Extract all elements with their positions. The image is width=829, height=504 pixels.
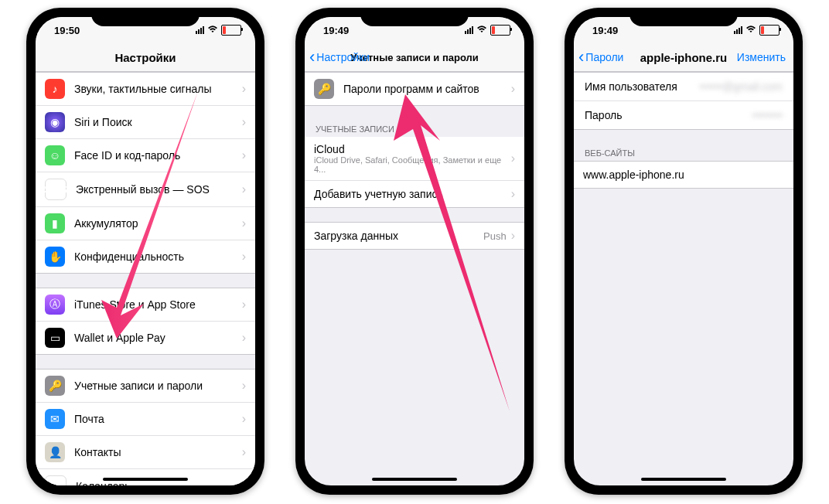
battery-icon (759, 25, 780, 36)
settings-row[interactable]: 👤Контакты› (36, 435, 255, 468)
row-add-account[interactable]: Добавить учетную запись › (305, 180, 524, 208)
row-label: Звуки, тактильные сигналы (74, 83, 237, 95)
settings-row[interactable]: ⒶiTunes Store и App Store› (36, 288, 255, 321)
batt-icon: ▮ (45, 213, 65, 233)
edit-button[interactable]: Изменить (737, 51, 786, 63)
content: 🔑 Пароли программ и сайтов › УЧЕТНЫЕ ЗАП… (305, 72, 524, 485)
row-detail: Push (483, 230, 507, 242)
cellular-icon (196, 26, 204, 34)
notch (91, 8, 200, 26)
row-app-site-passwords[interactable]: 🔑 Пароли программ и сайтов › (305, 72, 524, 106)
row-label: Добавить учетную запись (314, 188, 507, 200)
field-label: Имя пользователя (585, 80, 677, 93)
status-indicators (196, 25, 241, 36)
back-label: Пароли (585, 51, 623, 63)
settings-row[interactable]: ☺Face ID и код-пароль› (36, 138, 255, 172)
status-time: 19:49 (323, 25, 349, 36)
row-username[interactable]: Имя пользователя ••••••@gmail.com (574, 72, 793, 100)
row-label: Конфиденциальность (74, 250, 237, 263)
status-indicators (465, 25, 510, 36)
back-button[interactable]: ‹ Настройки (309, 49, 370, 66)
home-indicator[interactable] (641, 478, 726, 481)
battery-icon (221, 25, 241, 36)
back-label: Настройки (316, 51, 370, 63)
settings-list[interactable]: ♪Звуки, тактильные сигналы›◉Siri и Поиск… (36, 72, 255, 485)
content: Имя пользователя ••••••@gmail.com Пароль… (574, 72, 793, 485)
green-icon: ☺ (45, 145, 65, 165)
row-label: iCloud (314, 143, 507, 155)
chevron-right-icon: › (242, 379, 246, 393)
back-button[interactable]: ‹ Пароли (578, 49, 623, 66)
chevron-right-icon: › (242, 115, 246, 129)
row-fetch-data[interactable]: Загрузка данных Push › (305, 222, 524, 250)
nav-bar: ‹ Пароли apple-iphone.ru Изменить (574, 43, 793, 72)
row-label: Wallet и Apple Pay (74, 332, 237, 344)
chevron-right-icon: › (242, 331, 246, 345)
chevron-right-icon: › (511, 187, 515, 201)
screen: 19:49 ‹ Пароли apple-iphone.ru Изменить … (574, 17, 793, 485)
status-time: 19:50 (54, 25, 80, 36)
cellular-icon (465, 26, 473, 34)
wallet-icon: ▭ (45, 328, 65, 348)
chevron-right-icon: › (242, 216, 246, 230)
row-icloud-account[interactable]: iCloud iCloud Drive, Safari, Сообщения, … (305, 137, 524, 180)
settings-row[interactable]: ▭Wallet и Apple Pay› (36, 321, 255, 355)
wifi-icon (745, 25, 756, 36)
nav-bar: Настройки (36, 43, 255, 72)
key-icon: 🔑 (314, 79, 334, 99)
chevron-left-icon: ‹ (578, 49, 584, 66)
row-label: Siri и Поиск (74, 116, 237, 128)
page-title: Настройки (114, 51, 176, 64)
home-indicator[interactable] (372, 478, 457, 481)
field-label: Пароль (585, 109, 623, 121)
chevron-right-icon: › (242, 250, 246, 264)
row-label: Аккумулятор (74, 217, 237, 230)
status-time: 19:49 (592, 25, 618, 36)
screen: 19:50 Настройки ♪Звуки, тактильные сигна… (36, 17, 255, 485)
settings-row[interactable]: ▮Аккумулятор› (36, 206, 255, 240)
field-value: ••••••@gmail.com (684, 80, 783, 93)
settings-row[interactable]: ◉Siri и Поиск› (36, 105, 255, 138)
screen: 19:49 ‹ Настройки Учетные записи и парол… (305, 17, 524, 485)
section-header-websites: ВЕБ-САЙТЫ (574, 144, 793, 161)
row-label: Загрузка данных (314, 230, 483, 242)
chevron-right-icon: › (242, 148, 246, 162)
home-indicator[interactable] (103, 478, 188, 481)
mail-icon: ✉ (45, 409, 65, 429)
settings-row[interactable]: ✉Почта› (36, 402, 255, 435)
page-title: apple-iphone.ru (640, 51, 728, 64)
siri-icon: ◉ (45, 112, 65, 132)
settings-row[interactable]: SOSЭкстренный вызов — SOS› (36, 172, 255, 206)
row-label: iTunes Store и App Store (74, 298, 237, 311)
row-label: Почта (74, 413, 237, 425)
row-subtitle: iCloud Drive, Safari, Сообщения, Заметки… (314, 155, 507, 174)
chevron-right-icon: › (242, 479, 246, 485)
row-label: Контакты (74, 446, 237, 458)
sos-icon: SOS (45, 179, 67, 200)
phone-accounts: 19:49 ‹ Настройки Учетные записи и парол… (295, 8, 534, 495)
settings-row[interactable]: 🔑Учетные записи и пароли› (36, 369, 255, 402)
cellular-icon (734, 26, 742, 34)
row-label: Календарь (76, 480, 237, 485)
field-value: •••••••• (629, 109, 783, 121)
chevron-left-icon: ‹ (309, 49, 315, 66)
chevron-right-icon: › (511, 229, 515, 243)
settings-row[interactable]: ♪Звуки, тактильные сигналы› (36, 72, 255, 105)
status-indicators (734, 25, 780, 36)
settings-row[interactable]: ✋Конфиденциальность› (36, 240, 255, 274)
row-website[interactable]: www.apple-iphone.ru (574, 161, 793, 189)
website-url: www.apple-iphone.ru (583, 169, 784, 181)
row-label: Экстренный вызов — SOS (76, 183, 237, 196)
row-label: Учетные записи и пароли (74, 380, 237, 392)
wifi-icon (207, 25, 218, 36)
row-password[interactable]: Пароль •••••••• (574, 100, 793, 130)
row-label: Face ID и код-пароль (74, 149, 237, 162)
phone-settings: 19:50 Настройки ♪Звуки, тактильные сигна… (26, 8, 264, 495)
settings-row[interactable]: 31Календарь› (36, 468, 255, 485)
cal-icon: 31 (45, 475, 67, 485)
chevron-right-icon: › (511, 152, 515, 165)
row-label: Пароли программ и сайтов (343, 83, 507, 95)
chevron-right-icon: › (242, 445, 246, 459)
notch (629, 8, 738, 26)
itunes-icon: Ⓐ (45, 295, 65, 315)
